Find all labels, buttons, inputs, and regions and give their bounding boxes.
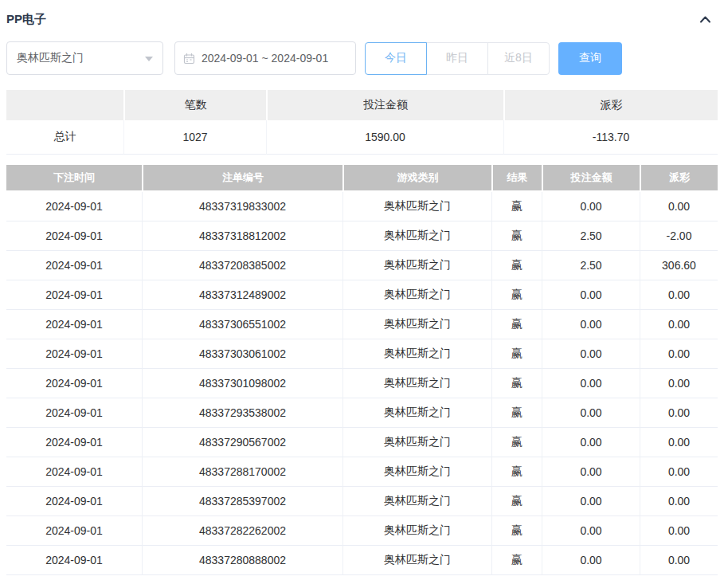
cell-result: 赢	[491, 398, 542, 428]
cell-game-category: 奥林匹斯之门	[342, 487, 491, 516]
collapse-button[interactable]	[693, 15, 718, 23]
cell-bet-amount: 0.00	[542, 487, 640, 516]
cell-bet-time: 2024-09-01	[6, 516, 142, 546]
summary-header-bet-amount: 投注金额	[266, 90, 503, 120]
cell-bet-time: 2024-09-01	[6, 487, 142, 516]
cell-game-category: 奥林匹斯之门	[342, 457, 491, 487]
column-header-bet-time: 下注时间	[6, 165, 142, 192]
cell-payout: 0.00	[640, 339, 718, 369]
cell-bet-amount: 0.00	[542, 192, 640, 221]
cell-result: 赢	[491, 487, 542, 516]
cell-order-number: 48337290567002	[142, 428, 342, 457]
cell-game-category: 奥林匹斯之门	[342, 339, 491, 369]
table-row: 2024-09-0148337282262002奥林匹斯之门赢0.000.00	[6, 516, 718, 546]
cell-result: 赢	[491, 221, 542, 251]
cell-order-number: 48337303061002	[142, 339, 342, 369]
cell-game-category: 奥林匹斯之门	[342, 428, 491, 457]
summary-total-label: 总计	[6, 120, 123, 155]
column-header-payout: 派彩	[640, 165, 718, 192]
cell-payout: -2.00	[640, 221, 718, 251]
column-header-bet-amount: 投注金额	[542, 165, 640, 192]
cell-bet-time: 2024-09-01	[6, 192, 142, 221]
cell-order-number: 48337301098002	[142, 369, 342, 398]
cell-bet-time: 2024-09-01	[6, 457, 142, 487]
cell-payout: 0.00	[640, 280, 718, 310]
table-row: 2024-09-0148337285397002奥林匹斯之门赢0.000.00	[6, 487, 718, 516]
cell-bet-amount: 0.00	[542, 457, 640, 487]
cell-bet-time: 2024-09-01	[6, 369, 142, 398]
cell-game-category: 奥林匹斯之门	[342, 280, 491, 310]
summary-header-row: 笔数 投注金额 派彩	[6, 90, 718, 120]
table-row: 2024-09-0148337301098002奥林匹斯之门赢0.000.00	[6, 369, 718, 398]
cell-game-category: 奥林匹斯之门	[342, 251, 491, 280]
cell-order-number: 48337318812002	[142, 221, 342, 251]
summary-total-count: 1027	[123, 120, 266, 155]
cell-order-number: 48337306551002	[142, 310, 342, 339]
summary-total-payout: -113.70	[503, 120, 718, 155]
cell-game-category: 奥林匹斯之门	[342, 546, 491, 575]
date-range-input[interactable]: 2024-09-01 ~ 2024-09-01	[174, 41, 356, 75]
summary-header-count: 笔数	[123, 90, 266, 120]
filter-bar: 奥林匹斯之门 2024-09-01 ~ 2024-09-01 今日 昨日 近	[6, 41, 718, 75]
quick-filter-today-button[interactable]: 今日	[365, 42, 427, 75]
table-header-row: 下注时间 注单编号 游戏类别 结果 投注金额 派彩	[6, 165, 718, 192]
cell-bet-time: 2024-09-01	[6, 398, 142, 428]
cell-bet-amount: 0.00	[542, 546, 640, 575]
date-range-value: 2024-09-01 ~ 2024-09-01	[202, 52, 328, 65]
chevron-down-icon	[145, 57, 153, 65]
panel-header: PP电子	[6, 0, 718, 27]
summary-total-bet-amount: 1590.00	[266, 120, 503, 155]
summary-header-empty	[6, 90, 123, 120]
panel-title: PP电子	[6, 11, 46, 27]
cell-payout: 0.00	[640, 192, 718, 221]
cell-game-category: 奥林匹斯之门	[342, 310, 491, 339]
cell-payout: 0.00	[640, 310, 718, 339]
calendar-icon	[183, 53, 195, 65]
cell-order-number: 48337208385002	[142, 251, 342, 280]
summary-table: 笔数 投注金额 派彩 总计 1027 1590.00 -113.70	[6, 90, 718, 155]
cell-bet-amount: 0.00	[542, 398, 640, 428]
summary-header-payout: 派彩	[503, 90, 718, 120]
table-row: 2024-09-0148337208385002奥林匹斯之门赢2.50306.6…	[6, 251, 718, 280]
cell-result: 赢	[491, 428, 542, 457]
chevron-up-icon	[699, 15, 711, 23]
cell-bet-time: 2024-09-01	[6, 221, 142, 251]
cell-bet-time: 2024-09-01	[6, 428, 142, 457]
cell-result: 赢	[491, 310, 542, 339]
cell-payout: 0.00	[640, 398, 718, 428]
table-row: 2024-09-0148337288170002奥林匹斯之门赢0.000.00	[6, 457, 718, 487]
column-header-order-number: 注单编号	[142, 165, 342, 192]
cell-bet-amount: 2.50	[542, 221, 640, 251]
game-select[interactable]: 奥林匹斯之门	[6, 41, 163, 75]
cell-bet-amount: 0.00	[542, 369, 640, 398]
table-row: 2024-09-0148337319833002奥林匹斯之门赢0.000.00	[6, 192, 718, 221]
quick-filter-last8days-button[interactable]: 近8日	[487, 42, 550, 75]
column-header-result: 结果	[491, 165, 542, 192]
cell-order-number: 48337282262002	[142, 516, 342, 546]
cell-bet-time: 2024-09-01	[6, 251, 142, 280]
cell-bet-time: 2024-09-01	[6, 546, 142, 575]
cell-game-category: 奥林匹斯之门	[342, 221, 491, 251]
bet-table-body: 2024-09-0148337319833002奥林匹斯之门赢0.000.002…	[6, 192, 718, 575]
cell-game-category: 奥林匹斯之门	[342, 398, 491, 428]
search-button[interactable]: 查询	[558, 42, 622, 75]
cell-result: 赢	[491, 516, 542, 546]
cell-order-number: 48337285397002	[142, 487, 342, 516]
quick-filter-yesterday-button[interactable]: 昨日	[426, 42, 488, 75]
cell-order-number: 48337312489002	[142, 280, 342, 310]
cell-bet-time: 2024-09-01	[6, 280, 142, 310]
cell-result: 赢	[491, 251, 542, 280]
cell-payout: 306.60	[640, 251, 718, 280]
cell-bet-amount: 2.50	[542, 251, 640, 280]
cell-bet-time: 2024-09-01	[6, 310, 142, 339]
cell-payout: 0.00	[640, 546, 718, 575]
cell-game-category: 奥林匹斯之门	[342, 369, 491, 398]
cell-bet-amount: 0.00	[542, 428, 640, 457]
cell-result: 赢	[491, 192, 542, 221]
cell-result: 赢	[491, 546, 542, 575]
cell-payout: 0.00	[640, 369, 718, 398]
table-row: 2024-09-0148337312489002奥林匹斯之门赢0.000.00	[6, 280, 718, 310]
cell-order-number: 48337280888002	[142, 546, 342, 575]
cell-bet-amount: 0.00	[542, 339, 640, 369]
cell-result: 赢	[491, 280, 542, 310]
